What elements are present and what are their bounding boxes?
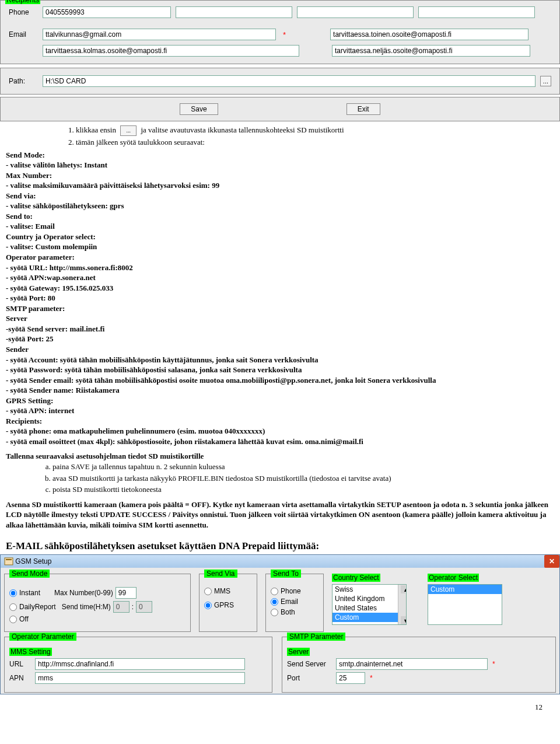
country-select-group: Country Select Swiss United Kingdom Unit…	[332, 574, 419, 632]
send-time-m	[136, 601, 152, 613]
chevron-up-icon[interactable]: ▲	[401, 585, 405, 593]
required-star: *	[370, 674, 373, 682]
path-label: Path:	[9, 77, 38, 85]
phone-input-2[interactable]	[176, 6, 292, 18]
instant-radio[interactable]	[9, 589, 17, 597]
step-1: klikkaa ensin ... ja valitse avautuvasta…	[76, 125, 554, 136]
step-2: tämän jälkeen syötä taulukkoon seuraavat…	[76, 137, 554, 148]
phone-radio[interactable]	[271, 588, 278, 595]
recipients-legend: Recipients	[5, 0, 40, 4]
apn-input[interactable]	[35, 672, 245, 684]
email-input-2[interactable]	[330, 29, 528, 40]
path-input[interactable]	[43, 75, 536, 87]
required-star: *	[492, 660, 495, 668]
off-radio[interactable]	[9, 616, 17, 623]
scrollbar[interactable]: ▲ ▼	[398, 585, 406, 624]
send-to-group: Send To Phone Email Both	[265, 574, 324, 632]
gprs-radio[interactable]	[204, 602, 212, 609]
email-input-4[interactable]	[332, 45, 530, 57]
svg-rect-1	[6, 559, 12, 560]
email-input-1[interactable]	[43, 29, 276, 40]
phone-label: Phone	[9, 8, 38, 16]
send-time-h	[113, 601, 130, 613]
gsm-app-icon	[4, 557, 13, 566]
exit-button[interactable]: Exit	[346, 103, 380, 115]
operator-parameter-group: Operator Parameter MMS Setting URL APN	[4, 637, 272, 693]
recipients-panel: Recipients Phone Email *	[0, 0, 560, 64]
port-input[interactable]	[336, 672, 365, 684]
required-star: *	[283, 30, 286, 39]
send-server-input[interactable]	[336, 658, 488, 670]
phone-input-3[interactable]	[297, 6, 414, 18]
page-number: 12	[0, 694, 560, 715]
country-listbox[interactable]: Swiss United Kingdom United States Custo…	[332, 584, 407, 625]
send-mode-group: Send Mode Instant Max Number(0-99) Daily…	[4, 574, 191, 632]
operator-select-group: Operator Select Custom	[428, 574, 515, 632]
phone-input-4[interactable]	[418, 6, 535, 18]
phone-input-1[interactable]	[43, 6, 171, 18]
email-radio[interactable]	[271, 598, 278, 606]
button-bar: Save Exit	[0, 97, 560, 121]
email-label: Email	[9, 30, 38, 39]
url-input[interactable]	[35, 658, 245, 670]
gsm-window: GSM Setup ✕ Send Mode Instant Max Number…	[0, 554, 560, 694]
instructions: klikkaa ensin ... ja valitse avautuvasta…	[0, 121, 560, 536]
section-heading: E-MAIL sähköpostilähetyksen asetukset kä…	[6, 540, 560, 552]
close-icon[interactable]: ✕	[544, 555, 559, 568]
mms-radio[interactable]	[204, 588, 212, 595]
save-button[interactable]: Save	[180, 103, 218, 115]
operator-listbox[interactable]: Custom	[428, 584, 502, 625]
max-number-input[interactable]	[116, 587, 136, 599]
path-panel: Path: ...	[0, 68, 560, 95]
email-input-3[interactable]	[43, 45, 299, 57]
both-radio[interactable]	[271, 609, 278, 616]
daily-radio[interactable]	[9, 603, 17, 611]
gsm-title-bar: GSM Setup ✕	[1, 555, 559, 568]
browse-icon-inline: ...	[120, 125, 136, 136]
smtp-parameter-group: SMTP Parameter Server Send Server * Port…	[282, 637, 556, 693]
svg-rect-0	[5, 558, 13, 565]
send-via-group: Send Via MMS GPRS	[199, 574, 257, 632]
chevron-down-icon[interactable]: ▼	[401, 616, 407, 624]
browse-button[interactable]: ...	[540, 76, 551, 86]
